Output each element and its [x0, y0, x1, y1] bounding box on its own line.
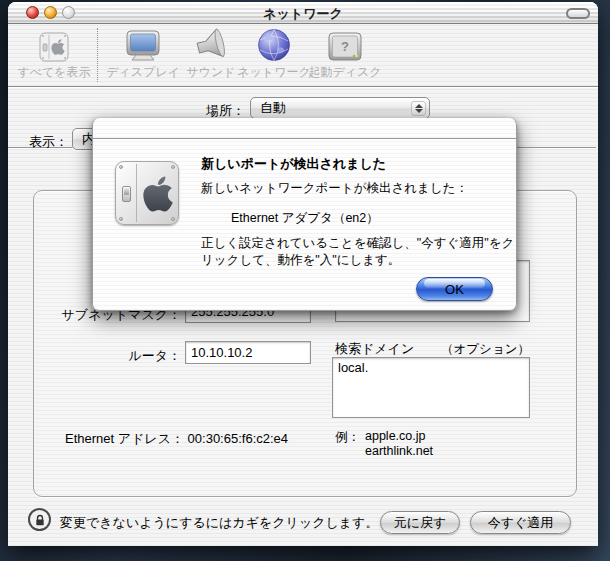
toolbar-item-displays[interactable]: ディスプレイ — [104, 26, 182, 81]
network-preferences-window: ネットワーク すべてを表示 — [8, 2, 598, 546]
ok-button-label: OK — [445, 282, 464, 297]
ethernet-address-row: Ethernet アドレス： 00:30:65:f6:c2:e4 — [65, 430, 288, 448]
startup-disk-icon: ? — [327, 26, 363, 62]
example-label: 例： — [335, 429, 360, 446]
show-label: 表示： — [22, 133, 68, 151]
screw-icon — [119, 165, 123, 169]
router-label: ルータ： — [118, 347, 181, 365]
sheet-instruction-line1: 正しく設定されていることを確認し、"今すぐ適用"をク — [201, 235, 514, 252]
icon-divider — [136, 164, 137, 222]
toolbar-label: すべてを表示 — [17, 64, 90, 81]
toolbar-label: ディスプレイ — [106, 64, 180, 81]
toolbar-item-sound[interactable]: サウンド — [184, 26, 238, 81]
screw-icon — [119, 217, 123, 221]
toolbar-label: ネットワーク — [237, 64, 310, 81]
padlock-icon — [33, 513, 47, 527]
popup-arrows-icon — [411, 101, 426, 116]
location-popup[interactable]: 自動 — [250, 97, 430, 119]
window-title: ネットワーク — [8, 5, 598, 23]
example-line1: apple.co.jp — [365, 429, 433, 444]
displays-icon — [125, 26, 161, 62]
example-values: apple.co.jp earthlink.net — [365, 429, 433, 459]
location-popup-value: 自動 — [260, 99, 286, 117]
search-domains-label: 検索ドメイン — [335, 340, 414, 358]
example-line2: earthlink.net — [365, 444, 433, 459]
toolbar-divider — [97, 28, 98, 82]
collapse-widget[interactable] — [566, 8, 590, 19]
show-all-icon — [39, 26, 69, 62]
lock-hint-text: 変更できないようにするにはカギをクリックします。 — [60, 514, 378, 532]
preferences-toolbar: すべてを表示 ディスプレイ — [8, 24, 598, 86]
sheet-title: 新しいポートが検出されました — [201, 155, 386, 173]
search-domains-optional-label: （オプション） — [441, 341, 530, 358]
lock-button[interactable] — [28, 508, 51, 531]
sheet-top-groove — [93, 138, 516, 140]
search-domains-field[interactable]: local. — [332, 357, 530, 418]
desktop: ネットワーク すべてを表示 — [0, 0, 610, 561]
ok-button[interactable]: OK — [416, 277, 493, 301]
titlebar: ネットワーク — [8, 2, 598, 24]
router-field[interactable] — [185, 341, 311, 364]
revert-button[interactable]: 元に戻す — [380, 511, 460, 534]
network-globe-icon — [257, 26, 291, 62]
toolbar-label: サウンド — [186, 64, 235, 81]
system-preferences-icon — [115, 161, 179, 225]
toolbar-label: 起動ディスク — [308, 64, 381, 81]
screw-icon — [171, 165, 175, 169]
svg-text:?: ? — [341, 39, 349, 54]
new-port-detected-sheet: 新しいポートが検出されました 新しいネットワークポートが検出されました： Eth… — [92, 118, 517, 311]
toolbar-separator — [8, 86, 598, 88]
sheet-instruction-line2: リックして、動作を"入"にします。 — [201, 252, 514, 269]
sheet-message: 新しいネットワークポートが検出されました： — [201, 180, 468, 197]
sheet-instruction: 正しく設定されていることを確認し、"今すぐ適用"をク リックして、動作を"入"に… — [201, 235, 514, 269]
detected-port-name: Ethernet アダプタ（en2） — [231, 210, 379, 227]
toolbar-item-network[interactable]: ネットワーク — [237, 26, 311, 81]
sound-icon — [194, 26, 228, 62]
light-switch-icon — [122, 186, 131, 202]
toolbar-item-startup-disk[interactable]: ? 起動ディスク — [308, 26, 382, 81]
apply-now-button[interactable]: 今すぐ適用 — [470, 511, 571, 534]
apple-logo-icon — [142, 174, 174, 218]
toolbar-item-show-all[interactable]: すべてを表示 — [14, 26, 94, 81]
